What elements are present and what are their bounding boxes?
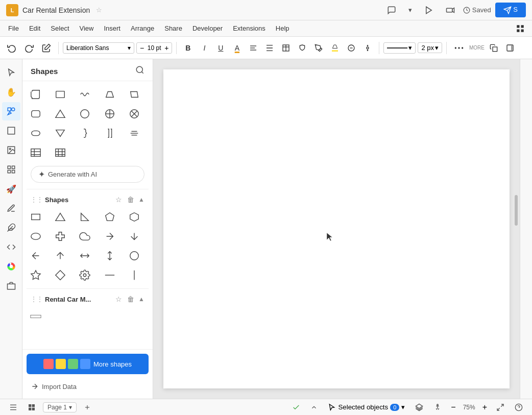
paintbrush-btn[interactable] xyxy=(39,41,54,55)
shape-style-btn[interactable] xyxy=(344,41,358,55)
extras-btn[interactable] xyxy=(360,41,375,55)
font-size-input[interactable] xyxy=(146,44,162,52)
shape-table-2col[interactable] xyxy=(27,143,45,162)
check-icon-btn[interactable] xyxy=(289,402,303,412)
tool-colorwheel[interactable] xyxy=(2,257,20,276)
section-star-rental-btn[interactable]: ☆ xyxy=(113,294,124,304)
shape-right-triangle[interactable] xyxy=(76,208,94,226)
canvas-area[interactable] xyxy=(153,59,520,399)
tool-hand[interactable]: ✋ xyxy=(2,83,20,101)
font-size-increase[interactable]: + xyxy=(163,44,170,52)
tool-select[interactable] xyxy=(2,63,20,82)
shape-gear2[interactable] xyxy=(76,266,94,284)
dropdown-btn[interactable]: ▾ xyxy=(404,4,416,16)
font-size-decrease[interactable]: − xyxy=(139,44,145,52)
menu-edit[interactable]: Edit xyxy=(25,22,44,34)
layers-btn[interactable] xyxy=(412,402,426,412)
shape-lines[interactable] xyxy=(125,124,143,142)
fill-color-btn[interactable] xyxy=(295,41,309,55)
shape-triangle2[interactable] xyxy=(51,105,69,123)
star-icon[interactable]: ☆ xyxy=(96,6,102,14)
apps-icon[interactable] xyxy=(513,21,528,36)
drag-handle[interactable]: ⋮⋮ xyxy=(31,196,43,203)
bold-btn[interactable]: B xyxy=(181,41,195,55)
tool-pen[interactable] xyxy=(2,199,20,217)
section-delete-rental-btn[interactable]: 🗑 xyxy=(125,294,136,304)
scroll-thumb[interactable] xyxy=(515,195,518,226)
underline-btn[interactable]: U xyxy=(213,41,228,55)
more-btn[interactable] xyxy=(451,41,467,55)
zoom-in-btn[interactable]: + xyxy=(480,402,489,413)
tool-data[interactable] xyxy=(2,160,20,179)
drag-handle-rental[interactable]: ⋮⋮ xyxy=(31,296,43,303)
shape-parallelogram[interactable] xyxy=(125,85,143,104)
shape-bracket[interactable] xyxy=(101,124,119,142)
section-delete-btn[interactable]: 🗑 xyxy=(125,194,136,205)
shape-arrow-left[interactable] xyxy=(27,247,45,265)
comment-btn[interactable] xyxy=(383,4,400,17)
shape-arrow-right[interactable] xyxy=(101,227,119,246)
shape-triangle[interactable] xyxy=(51,208,69,226)
font-color-btn[interactable]: A xyxy=(230,41,244,55)
shape-arrow-down[interactable] xyxy=(125,227,143,246)
shape-chevron-down[interactable] xyxy=(51,124,69,142)
share-button[interactable]: S xyxy=(495,3,526,17)
fit-screen-btn[interactable] xyxy=(493,402,507,412)
shape-arrow-bidirectional-v[interactable] xyxy=(101,247,119,265)
redo-btn[interactable] xyxy=(21,41,37,55)
align-btn[interactable] xyxy=(246,41,260,55)
shape-wide-rect[interactable] xyxy=(27,307,45,326)
copy-style-btn[interactable] xyxy=(487,41,501,55)
line-width-selector[interactable]: 2 px ▾ xyxy=(418,42,442,53)
import-data-btn[interactable]: Import Data xyxy=(27,378,149,395)
tool-plugin3[interactable] xyxy=(2,277,20,295)
italic-btn[interactable]: I xyxy=(197,41,211,55)
text-format-btn[interactable] xyxy=(262,41,277,55)
section-collapse-rental-btn[interactable]: ▲ xyxy=(138,296,144,303)
accessibility-btn[interactable] xyxy=(430,402,445,412)
shape-hexagon[interactable] xyxy=(125,208,143,226)
menu-view[interactable]: View xyxy=(76,22,98,34)
line-style-selector[interactable]: ▾ xyxy=(383,42,416,54)
section-collapse-btn[interactable]: ▲ xyxy=(138,196,144,203)
panel-toggle-btn[interactable] xyxy=(503,41,517,55)
add-page-btn[interactable] xyxy=(81,403,94,412)
present-btn[interactable] xyxy=(420,4,438,17)
tool-rocket[interactable]: 🚀 xyxy=(2,180,20,198)
shape-diamond[interactable] xyxy=(51,266,69,284)
shape-line-v[interactable] xyxy=(125,266,143,284)
menu-arrange[interactable]: Arrange xyxy=(127,22,158,34)
help-btn[interactable] xyxy=(512,402,526,412)
shape-rect-rounded[interactable] xyxy=(27,105,45,123)
tool-frame[interactable] xyxy=(2,121,20,140)
shape-brace-right[interactable] xyxy=(76,124,94,142)
search-shapes-btn[interactable] xyxy=(135,65,144,77)
canvas-inner[interactable] xyxy=(163,69,510,388)
shape-line-h[interactable] xyxy=(101,266,119,284)
insert-table-btn[interactable] xyxy=(279,41,293,55)
shape-rounded-rect2[interactable] xyxy=(27,124,45,142)
shape-rect[interactable] xyxy=(51,85,69,104)
shape-ellipse[interactable] xyxy=(27,227,45,246)
font-family-selector[interactable]: Liberation Sans ▾ xyxy=(63,42,134,54)
shape-pentagon[interactable] xyxy=(101,208,119,226)
undo-btn[interactable] xyxy=(4,41,19,55)
sidebar-toggle-btn[interactable] xyxy=(6,402,20,412)
shape-arrow-up[interactable] xyxy=(51,247,69,265)
menu-file[interactable]: File xyxy=(4,22,23,34)
shape-cross[interactable] xyxy=(51,227,69,246)
generate-ai-btn[interactable]: ✦ Generate with AI xyxy=(31,166,144,183)
zoom-out-btn[interactable]: − xyxy=(449,402,457,413)
menu-extensions[interactable]: Extensions xyxy=(229,22,270,34)
page-selector[interactable]: Page 1 ▾ xyxy=(43,402,77,412)
shape-circle2[interactable] xyxy=(76,105,94,123)
menu-select[interactable]: Select xyxy=(46,22,73,34)
shape-circle-cross[interactable] xyxy=(101,105,119,123)
selected-objects-btn[interactable]: Selected objects 0 ▾ xyxy=(325,402,408,412)
tool-plugin2[interactable] xyxy=(2,238,20,256)
expand-issues-btn[interactable] xyxy=(307,403,321,412)
shape-star[interactable] xyxy=(27,266,45,284)
shape-x-circle[interactable] xyxy=(125,105,143,123)
shape-rectangle[interactable] xyxy=(27,208,45,226)
shape-scroll[interactable] xyxy=(27,85,45,104)
